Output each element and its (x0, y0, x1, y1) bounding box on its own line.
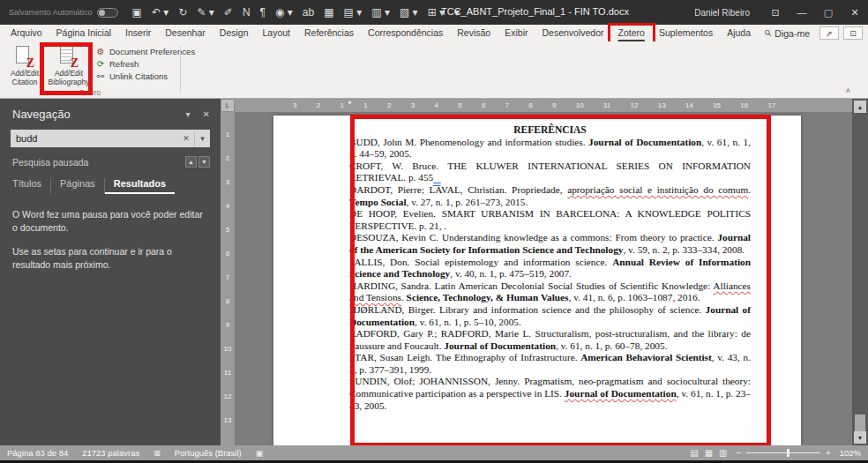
ribbon-tab-pagina-inicial[interactable]: Página Inicial (49, 25, 118, 41)
ribbon-tab-design[interactable]: Design (213, 25, 256, 41)
zoom-slider-track[interactable] (746, 452, 820, 453)
reference-item: STAR, Susan Leigh. The Ethnography of In… (349, 352, 751, 376)
zotero-citation-icon: Z (16, 46, 34, 67)
search-clear-icon[interactable]: ✕ (178, 131, 194, 146)
add-edit-citation-label: Add/Edit Citation (4, 70, 46, 86)
reference-item: DESOUZA, Kevin C. Understanding knowledg… (349, 232, 751, 256)
zoom-out-icon[interactable]: − (737, 448, 742, 458)
paste-icon[interactable]: ▧ ▾ (400, 6, 418, 19)
zoom-in-icon[interactable]: + (826, 448, 831, 458)
navigation-message: O Word fez uma pausa para você poder edi… (12, 208, 208, 235)
scroll-up-icon[interactable]: ▲ (854, 101, 866, 113)
nav-tab-titulos[interactable]: Títulos (12, 178, 51, 194)
tab-selector[interactable]: L (221, 99, 235, 112)
pane-options-icon[interactable]: ▾ (186, 109, 191, 119)
autosave-control[interactable]: Salvamento Automático (9, 8, 118, 18)
scroll-down-icon[interactable]: ▼ (854, 431, 866, 444)
document-page[interactable]: REFERÊNCIAS BUDD, John M. Phenomenology … (273, 116, 801, 445)
page-indicator[interactable]: Página 83 de 84 (7, 448, 68, 458)
add-edit-bibliography-label: Add/Edit Bibliography (48, 70, 90, 86)
ribbon-tab-referencias[interactable]: Referências (297, 25, 361, 41)
format-painter-icon[interactable]: ✐ (224, 6, 233, 19)
open-document-icon[interactable]: ▥ ▾ (371, 6, 390, 19)
zoom-slider: − + (737, 448, 831, 458)
undo-icon[interactable]: ↶ ▾ (152, 6, 168, 19)
paragraph-marks-icon[interactable]: ¶ (260, 6, 266, 19)
quick-access-toolbar: ▣↶ ▾↻✎ ▾✐N¶◉ ▾ab▦▤ ▾▥ ▾▧ ▾⊞ ▾▾ (132, 6, 460, 19)
word-count[interactable]: 21723 palavras (82, 448, 139, 458)
new-document-icon[interactable]: ▤ ▾ (344, 6, 363, 19)
search-dropdown-icon[interactable]: ▾ (194, 131, 210, 146)
pane-close-icon[interactable]: ✕ (203, 109, 210, 119)
zoom-slider-thumb[interactable] (787, 449, 789, 457)
view-mode-icons: ▤▦▥ (690, 448, 727, 458)
ribbon-tab-exibir[interactable]: Exibir (498, 25, 535, 41)
ribbon-tab-arquivo[interactable]: Arquivo (4, 25, 49, 41)
reference-item: HJØRLAND, Birger. Library and informatio… (349, 304, 751, 328)
reference-item: CROFT, W. Bruce. THE KLUWER INTERNATIONA… (349, 161, 751, 184)
ribbon-tab-row: ArquivoPágina InicialInserirDesenharDesi… (0, 25, 868, 41)
read-aloud-icon[interactable]: ◉ ▾ (275, 6, 293, 19)
nav-tab-paginas[interactable]: Páginas (51, 178, 105, 194)
read-mode-icon[interactable]: ▤ (690, 448, 698, 458)
language-indicator[interactable]: Português (Brasil) (175, 448, 242, 458)
ribbon-group-separator (180, 46, 181, 92)
search-input[interactable] (11, 133, 178, 144)
redo-icon[interactable]: ↻ (178, 6, 187, 19)
previous-result-button[interactable]: ▲ (185, 156, 197, 168)
zotero-bibliography-icon: Z (60, 46, 78, 67)
restore-icon[interactable]: ▢ (815, 0, 842, 25)
refresh-icon: ⟳ (95, 59, 106, 69)
comments-icon[interactable]: ⊡ (843, 26, 863, 40)
ribbon-tab-desenvolvedor[interactable]: Desenvolvedor (535, 25, 610, 41)
share-icon[interactable]: ⇗ (819, 26, 839, 40)
collapse-ribbon-icon[interactable]: ˄ (846, 86, 850, 95)
next-result-button[interactable]: ▼ (198, 156, 210, 168)
ribbon-tab-revisao[interactable]: Revisão (450, 25, 498, 41)
unlink-icon: ⚯ (95, 71, 106, 81)
horizontal-ruler[interactable]: 3·2·1·1·2·3·4·5·6·7·8·9·10·11·12·13·14·1… (235, 99, 852, 112)
nav-tab-resultados[interactable]: Resultados (105, 178, 175, 194)
ribbon-tab-desenhar[interactable]: Desenhar (158, 25, 213, 41)
translate-icon[interactable]: ab (303, 6, 314, 19)
reference-item: BUDD, John M. Phenomenology and informat… (349, 137, 751, 161)
reference-item: DE HOOP, Evelien. SMART URBANISM IN BARC… (349, 208, 751, 232)
editor-icon[interactable]: ✎ ▾ (197, 6, 213, 19)
ribbon-tabs: ArquivoPágina InicialInserirDesenharDesi… (4, 25, 758, 41)
word-window: Salvamento Automático ▣↶ ▾↻✎ ▾✐N¶◉ ▾ab▦▤… (0, 0, 868, 463)
status-bar: Página 83 de 84 21723 palavras ⊠ Portugu… (0, 445, 868, 460)
zoom-level[interactable]: 102% (840, 448, 861, 458)
tabrow-icons: ⇗ ⊡ (819, 25, 863, 41)
search-status-label: Pesquisa pausada (12, 157, 88, 168)
autosave-label: Salvamento Automático (9, 8, 93, 17)
autosave-toggle[interactable] (97, 8, 118, 18)
ribbon-tab-inserir[interactable]: Inserir (118, 25, 158, 41)
print-layout-icon[interactable]: ▦ (705, 448, 713, 458)
ribbon-tab-correspondencias[interactable]: Correspondências (361, 25, 450, 41)
reference-item: FALLIS, Don. Social epistemology and inf… (349, 257, 751, 280)
ribbon-tab-layout[interactable]: Layout (255, 25, 297, 41)
web-layout-icon[interactable]: ▥ (719, 448, 727, 458)
picture-icon[interactable]: ▦ (324, 6, 333, 19)
minimize-icon[interactable]: — (789, 0, 815, 25)
titlebar-right: Daniel Ribeiro ⊡ — ▢ ✕ (694, 0, 868, 25)
close-icon[interactable]: ✕ (842, 0, 868, 25)
ribbon-tab-zotero[interactable]: Zotero (611, 25, 652, 41)
ribbon-display-options-icon[interactable]: ⊡ (762, 0, 789, 25)
ribbon-tab-ajuda[interactable]: Ajuda (720, 25, 758, 41)
save-icon[interactable]: ▣ (132, 6, 142, 19)
tellme-label: Diga-me (774, 28, 810, 39)
ribbon-tab-suplementos[interactable]: Suplementos (652, 25, 720, 41)
reference-item: DARDOT, Pierre; LAVAL, Christian. Propri… (349, 184, 751, 208)
tellme-box[interactable]: ⚲ Diga-me (758, 25, 817, 41)
macro-record-icon[interactable]: ▣ (256, 449, 264, 458)
navigation-tabs: TítulosPáginasResultados (12, 178, 208, 194)
proofing-errors-icon[interactable]: ⊠ (153, 449, 161, 458)
bold-icon[interactable]: N (243, 6, 251, 19)
ribbon: Z Add/Edit Citation Z Add/Edit Bibliogra… (0, 41, 868, 99)
indent-marker-icon[interactable]: ▼ (347, 100, 353, 106)
search-icon: ⚲ (762, 27, 774, 39)
zotero-group-label: Zotero (0, 88, 180, 97)
vertical-ruler[interactable]: 12345678910111213 (221, 112, 235, 445)
vertical-scrollbar[interactable]: ▲ ▼ (852, 99, 868, 445)
